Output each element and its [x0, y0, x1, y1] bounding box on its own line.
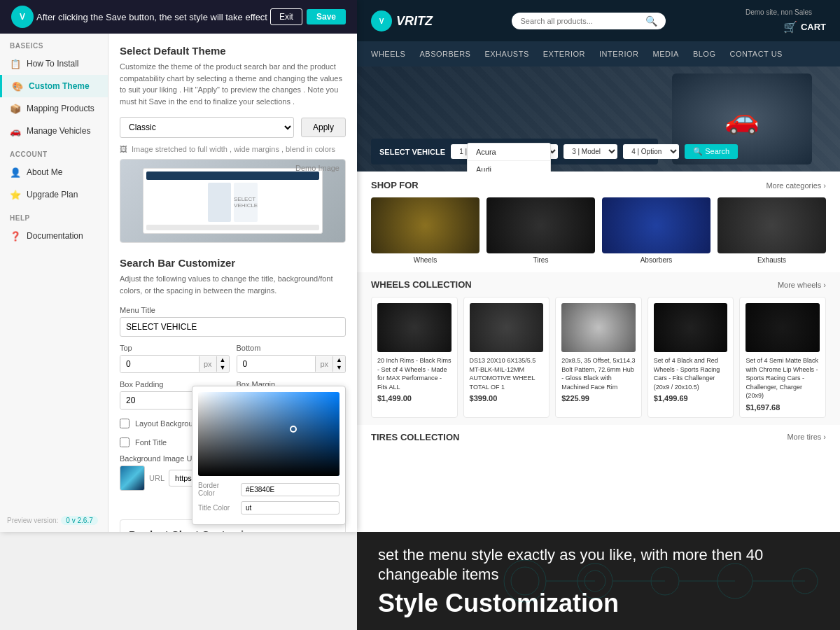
- color-picker-popup: Border Color Title Color: [192, 386, 346, 525]
- shop-logo-text: VRITZ: [396, 14, 433, 29]
- wheel-name-4: Set of 4 Black and Red Wheels - Sports R…: [654, 356, 728, 391]
- demo-label: Demo Image: [295, 164, 340, 172]
- category-wheels[interactable]: Wheels: [371, 197, 479, 264]
- absorbers-label: Absorbers: [602, 256, 710, 264]
- layout-bg-checkbox[interactable]: [120, 419, 130, 428]
- nav-interior[interactable]: INTERIOR: [599, 50, 639, 58]
- make-audi[interactable]: Audi: [468, 161, 550, 172]
- top-stepper[interactable]: ▲ ▼: [216, 356, 229, 372]
- logo: V: [11, 6, 34, 28]
- search-icon-button[interactable]: 🔍: [645, 15, 657, 27]
- border-color-label: Border Color: [198, 482, 237, 497]
- category-tires[interactable]: Tires: [486, 197, 595, 264]
- theme-icon: 🎨: [12, 80, 23, 92]
- cart-button[interactable]: 🛒 CART: [783, 20, 826, 34]
- theme-select-row: Classic Modern Dark Apply: [120, 117, 346, 138]
- cart-icon: 🛒: [783, 20, 797, 34]
- bottom-down[interactable]: ▼: [333, 364, 345, 372]
- sidebar-item-label: Manage Vehicles: [27, 126, 90, 136]
- nav-wheels[interactable]: WHEELS: [371, 50, 405, 58]
- about-icon: 👤: [10, 167, 21, 178]
- sidebar-item-how-to-install[interactable]: 📋 How To Install: [0, 52, 108, 75]
- top-label: Top: [120, 344, 230, 352]
- bg-thumbnail: [120, 465, 145, 491]
- search-input[interactable]: [520, 17, 641, 25]
- tires-header: TIRES COLLECTION More tires ›: [371, 432, 826, 442]
- sidebar: BASEICS 📋 How To Install 🎨 Custom Theme …: [0, 34, 108, 532]
- top-input[interactable]: [120, 356, 199, 372]
- nav-blog[interactable]: BLOG: [693, 50, 716, 58]
- title-color-input[interactable]: [241, 501, 340, 514]
- wheel-item-1[interactable]: 20 Inch Rims - Black Rims - Set of 4 Whe…: [371, 297, 458, 418]
- save-button[interactable]: Save: [307, 9, 346, 24]
- nav-exhausts[interactable]: EXHAUSTS: [484, 50, 528, 58]
- sidebar-item-about-me[interactable]: 👤 About Me: [0, 161, 108, 183]
- wheel-name-1: 20 Inch Rims - Black Rims - Set of 4 Whe…: [377, 356, 451, 391]
- menu-title-input[interactable]: [120, 317, 346, 337]
- option-select[interactable]: 4 | Option: [623, 144, 679, 159]
- select-theme-title: Select Default Theme: [120, 45, 346, 57]
- shop-top-bar: V VRITZ 🔍 Demo site, non Sales 🛒 CART: [357, 0, 840, 38]
- sidebar-item-label: Mapping Products: [27, 104, 94, 113]
- bottom-overlay: set the menu style exactly as you like, …: [357, 532, 840, 630]
- absorbers-image: [602, 197, 710, 253]
- note-icon: 🖼: [120, 145, 127, 153]
- install-icon: 📋: [10, 58, 21, 69]
- wheel-img-5: [746, 303, 820, 352]
- demo-inner: SELECT VEHICLE: [143, 168, 323, 234]
- nav-contact-us[interactable]: CONTACT US: [729, 50, 783, 58]
- sidebar-item-label: How To Install: [27, 59, 78, 69]
- wheels-image: [371, 197, 479, 253]
- top-down[interactable]: ▼: [217, 364, 229, 372]
- make-acura[interactable]: Acura: [468, 144, 550, 161]
- sidebar-item-label: Documentation: [27, 231, 83, 241]
- nav-absorbers[interactable]: ABSORBERS: [419, 50, 470, 58]
- bottom-stepper[interactable]: ▲ ▼: [332, 356, 345, 372]
- wheels-label: Wheels: [371, 256, 479, 264]
- title-color-label: Title Color: [198, 504, 237, 512]
- wheel-item-2[interactable]: DS13 20X10 6X135/5.5 MT-BLK-MIL-12MM AUT…: [463, 297, 550, 418]
- sidebar-item-mapping-products[interactable]: 📦 Mapping Products: [0, 97, 108, 120]
- bottom-up[interactable]: ▲: [333, 356, 345, 364]
- more-wheels-link[interactable]: More wheels ›: [778, 281, 826, 289]
- more-categories-link[interactable]: More categories ›: [766, 181, 826, 190]
- font-title-checkbox[interactable]: [120, 438, 130, 447]
- color-dot[interactable]: [290, 426, 297, 433]
- sidebar-item-manage-vehicles[interactable]: 🚗 Manage Vehicles: [0, 120, 108, 142]
- wheels-header: WHEELS COLLECTION More wheels ›: [371, 279, 826, 290]
- shop-for-header: SHOP FOR More categories ›: [371, 180, 826, 190]
- nav-media[interactable]: MEDIA: [653, 50, 679, 58]
- more-tires-link[interactable]: More tires ›: [787, 433, 826, 441]
- model-select[interactable]: 3 | Model: [564, 144, 617, 159]
- category-exhausts[interactable]: Exhausts: [718, 197, 826, 264]
- top-input-group: px ▲ ▼: [120, 355, 230, 373]
- wheel-item-3[interactable]: 20x8.5, 35 Offset, 5x114.3 Bolt Pattern,…: [555, 297, 642, 418]
- sidebar-item-custom-theme[interactable]: 🎨 Custom Theme: [0, 75, 108, 97]
- color-gradient[interactable]: [198, 392, 340, 476]
- sidebar-item-upgrade-plan[interactable]: ⭐ Upgrade Plan: [0, 183, 108, 206]
- wheel-name-2: DS13 20X10 6X135/5.5 MT-BLK-MIL-12MM AUT…: [470, 356, 544, 391]
- cart-label: CART: [801, 22, 826, 32]
- wheel-img-2: [470, 303, 544, 352]
- apply-button[interactable]: Apply: [301, 118, 346, 137]
- sidebar-item-label: About Me: [27, 167, 62, 177]
- search-bar-title: Search Bar Customizer: [120, 257, 346, 269]
- vehicle-search-button[interactable]: 🔍 Search: [685, 144, 738, 159]
- bottom-input[interactable]: [237, 356, 316, 372]
- shop-logo-icon: V: [371, 10, 392, 31]
- nav-exterior[interactable]: EXTERIOR: [543, 50, 585, 58]
- wheel-img-3: [561, 303, 636, 352]
- border-color-input[interactable]: [241, 483, 340, 496]
- box-padding-input[interactable]: [120, 392, 199, 409]
- exit-button[interactable]: Exit: [270, 8, 302, 25]
- wheel-price-1: $1,499.00: [377, 394, 451, 402]
- logo-icon: V: [11, 6, 34, 28]
- wheel-item-5[interactable]: Set of 4 Semi Matte Black with Chrome Li…: [739, 297, 826, 418]
- theme-select-dropdown[interactable]: Classic Modern Dark: [120, 117, 294, 138]
- tires-title: TIRES COLLECTION: [371, 432, 459, 442]
- top-up[interactable]: ▲: [217, 356, 229, 364]
- version-info: Preview version: 0 v 2.6.7: [7, 516, 98, 525]
- sidebar-item-documentation[interactable]: ❓ Documentation: [0, 225, 108, 247]
- wheel-item-4[interactable]: Set of 4 Black and Red Wheels - Sports R…: [648, 297, 734, 418]
- category-absorbers[interactable]: Absorbers: [602, 197, 710, 264]
